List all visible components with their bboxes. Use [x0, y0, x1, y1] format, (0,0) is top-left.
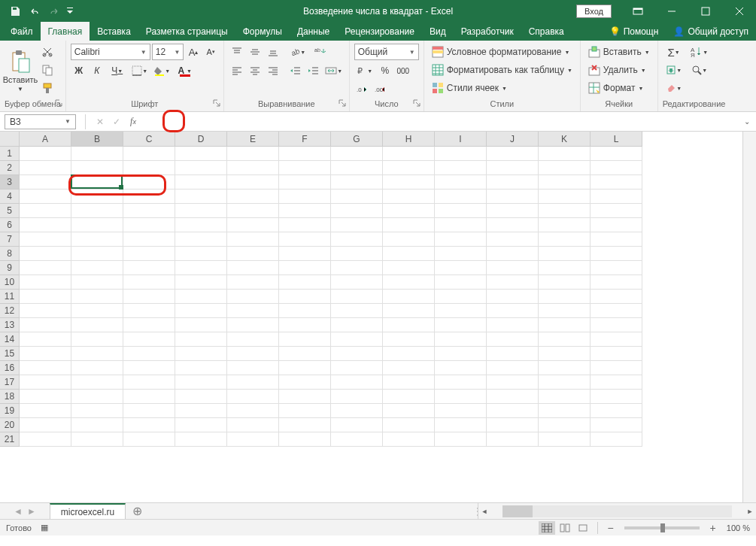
cell[interactable] — [20, 404, 71, 418]
cell[interactable] — [20, 361, 71, 375]
close-icon[interactable] — [722, 0, 756, 22]
cell[interactable] — [20, 204, 71, 218]
insert-cells-button[interactable]: Вставить▼ — [585, 44, 653, 60]
cell[interactable] — [331, 247, 383, 261]
cell[interactable] — [279, 261, 331, 275]
font-launcher-icon[interactable] — [213, 99, 222, 108]
borders-icon[interactable]: ▼ — [129, 62, 150, 79]
cell[interactable] — [331, 161, 383, 175]
font-color-icon[interactable]: A▼ — [175, 62, 196, 79]
cell[interactable] — [539, 261, 591, 275]
sheet-nav-next-icon[interactable]: ► — [27, 506, 36, 517]
decrease-decimal-icon[interactable]: .00 — [372, 81, 389, 98]
bold-button[interactable]: Ж — [71, 62, 87, 79]
cell[interactable] — [20, 290, 71, 304]
tab-file[interactable]: Файл — [3, 22, 41, 41]
cell[interactable] — [539, 218, 591, 232]
cell[interactable] — [331, 175, 383, 190]
cell[interactable] — [279, 418, 331, 432]
cell[interactable] — [175, 347, 227, 361]
cell[interactable] — [279, 232, 331, 247]
row-header[interactable]: 13 — [0, 318, 20, 332]
column-header[interactable]: C — [123, 132, 175, 147]
cell[interactable] — [383, 190, 435, 204]
page-break-view-icon[interactable] — [575, 521, 591, 535]
cell[interactable] — [331, 432, 383, 447]
accounting-format-icon[interactable]: ₽▼ — [354, 62, 375, 79]
fill-icon[interactable]: ▼ — [663, 62, 685, 78]
cell[interactable] — [487, 275, 539, 290]
cell[interactable] — [591, 418, 642, 432]
cell[interactable] — [227, 375, 279, 390]
cell[interactable] — [487, 318, 539, 332]
cell[interactable] — [383, 161, 435, 175]
row-header[interactable]: 4 — [0, 190, 20, 204]
cell[interactable] — [331, 347, 383, 361]
cell[interactable] — [20, 261, 71, 275]
cell[interactable] — [279, 190, 331, 204]
cell[interactable] — [331, 318, 383, 332]
cell[interactable] — [71, 318, 123, 332]
cell[interactable] — [487, 404, 539, 418]
row-header[interactable]: 6 — [0, 218, 20, 232]
row-header[interactable]: 12 — [0, 304, 20, 318]
cell[interactable] — [227, 347, 279, 361]
tab-data[interactable]: Данные — [290, 22, 337, 41]
insert-function-icon[interactable]: fx — [125, 114, 141, 130]
cell[interactable] — [227, 304, 279, 318]
scroll-right-icon[interactable]: ► — [744, 505, 756, 517]
column-header[interactable]: D — [175, 132, 227, 147]
cell[interactable] — [591, 275, 642, 290]
cell[interactable] — [331, 218, 383, 232]
cell[interactable] — [279, 161, 331, 175]
cell[interactable] — [539, 175, 591, 190]
column-header[interactable]: B — [71, 132, 123, 147]
cell[interactable] — [591, 232, 642, 247]
cell[interactable] — [331, 332, 383, 347]
cell[interactable] — [279, 204, 331, 218]
font-name-combo[interactable]: Calibri▼ — [71, 44, 150, 60]
cell[interactable] — [279, 318, 331, 332]
cell[interactable] — [591, 190, 642, 204]
cell[interactable] — [591, 218, 642, 232]
cell[interactable] — [487, 204, 539, 218]
cell[interactable] — [435, 318, 487, 332]
name-box[interactable]: B3▼ — [5, 114, 76, 129]
cell[interactable] — [279, 404, 331, 418]
orientation-icon[interactable]: ab▼ — [287, 44, 308, 60]
cell[interactable] — [175, 332, 227, 347]
cell[interactable] — [20, 247, 71, 261]
cell[interactable] — [175, 361, 227, 375]
cell[interactable] — [175, 304, 227, 318]
cell[interactable] — [435, 247, 487, 261]
cell[interactable] — [331, 304, 383, 318]
tab-formulas[interactable]: Формулы — [235, 22, 290, 41]
cell[interactable] — [20, 175, 71, 190]
cell[interactable] — [591, 304, 642, 318]
tab-help[interactable]: Справка — [521, 22, 572, 41]
cell[interactable] — [71, 275, 123, 290]
cell[interactable] — [123, 247, 175, 261]
cell[interactable] — [383, 304, 435, 318]
cell[interactable] — [175, 390, 227, 404]
cell[interactable] — [227, 318, 279, 332]
ribbon-display-icon[interactable] — [621, 0, 654, 22]
cell[interactable] — [435, 290, 487, 304]
login-button[interactable]: Вход — [576, 5, 612, 18]
cell[interactable] — [435, 332, 487, 347]
underline-button[interactable]: Ч ▼ — [107, 62, 128, 79]
row-header[interactable]: 19 — [0, 404, 20, 418]
cell[interactable] — [435, 218, 487, 232]
cell[interactable] — [383, 318, 435, 332]
wrap-text-icon[interactable]: ab — [310, 44, 331, 60]
cell[interactable] — [227, 404, 279, 418]
normal-view-icon[interactable] — [539, 521, 555, 535]
cell[interactable] — [71, 432, 123, 447]
cell[interactable] — [539, 290, 591, 304]
cell[interactable] — [123, 147, 175, 161]
align-center-icon[interactable] — [247, 62, 263, 79]
cell[interactable] — [123, 361, 175, 375]
macro-record-icon[interactable]: ▦ — [41, 523, 48, 532]
cell[interactable] — [20, 218, 71, 232]
cell-styles-button[interactable]: Стили ячеек▼ — [429, 80, 575, 96]
